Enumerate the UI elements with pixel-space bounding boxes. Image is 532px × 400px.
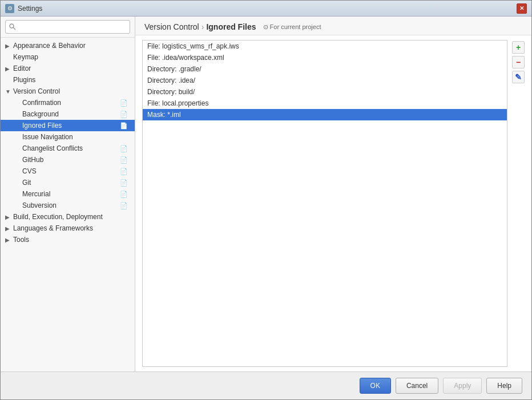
no-arrow-git	[14, 180, 20, 186]
remove-button[interactable]: −	[512, 56, 525, 68]
edit-button[interactable]: ✎	[512, 71, 525, 83]
page-icon-changelist: 📄	[120, 145, 128, 152]
no-arrow-ignored	[14, 123, 20, 129]
add-button[interactable]: +	[512, 41, 525, 54]
sidebar-item-version-control[interactable]: ▼ Version Control	[1, 86, 135, 97]
sidebar-item-editor[interactable]: ▶ Editor	[1, 63, 135, 74]
file-item-5[interactable]: Directory: build/	[143, 86, 507, 98]
settings-window: ⚙ Settings ✕ ▶ Appearance & Behavior Key…	[0, 0, 532, 400]
sidebar-item-label-languages: Languages & Frameworks	[13, 224, 93, 232]
sidebar-item-git[interactable]: Git 📄	[1, 177, 135, 188]
expand-arrow-appearance: ▶	[5, 43, 11, 49]
sidebar-item-changelist[interactable]: Changelist Conflicts 📄	[1, 143, 135, 154]
main-content: ▶ Appearance & Behavior Keymap ▶ Editor …	[1, 17, 531, 371]
sidebar-item-languages[interactable]: ▶ Languages & Frameworks	[1, 223, 135, 234]
sidebar-item-tools[interactable]: ▶ Tools	[1, 234, 135, 245]
sidebar-item-label-issue: Issue Navigation	[22, 133, 73, 141]
help-button[interactable]: Help	[486, 378, 522, 394]
sidebar-item-label-tools: Tools	[13, 236, 29, 244]
sidebar-item-label-mercurial: Mercurial	[22, 190, 50, 198]
file-item-4[interactable]: Directory: .idea/	[143, 75, 507, 86]
sidebar-item-label-git: Git	[22, 179, 31, 187]
sidebar-item-label-appearance: Appearance & Behavior	[13, 42, 86, 50]
right-header: Version Control › Ignored Files ⊙ For cu…	[135, 17, 531, 35]
sidebar-item-label-keymap: Keymap	[13, 53, 38, 61]
right-panel: Version Control › Ignored Files ⊙ For cu…	[135, 17, 531, 371]
expand-arrow-languages: ▶	[5, 225, 11, 232]
file-item-7[interactable]: Mask: *.iml	[143, 109, 507, 120]
sidebar-item-label-editor: Editor	[13, 64, 31, 72]
sidebar-item-label-ignored: Ignored Files	[22, 122, 62, 130]
title-bar-left: ⚙ Settings	[5, 4, 42, 13]
sidebar-item-confirmation[interactable]: Confirmation 📄	[1, 97, 135, 108]
sidebar-item-label-plugins: Plugins	[13, 76, 35, 84]
breadcrumb-sep: ›	[201, 22, 204, 31]
sidebar-item-issue-navigation[interactable]: Issue Navigation	[1, 131, 135, 143]
footer: OK Cancel Apply Help	[1, 371, 531, 399]
no-arrow-subversion	[14, 203, 20, 209]
window-title: Settings	[18, 5, 42, 13]
no-arrow-keymap	[5, 54, 11, 60]
cancel-button[interactable]: Cancel	[396, 378, 438, 394]
file-item-1[interactable]: File: logistics_wms_rf_apk.iws	[143, 41, 507, 52]
nav-tree: ▶ Appearance & Behavior Keymap ▶ Editor …	[1, 38, 135, 371]
page-icon-cvs: 📄	[120, 168, 128, 175]
sidebar-item-label-github: GitHub	[22, 156, 43, 164]
no-arrow-changelist	[14, 146, 20, 152]
file-item-3[interactable]: Directory: .gradle/	[143, 63, 507, 75]
page-icon-background: 📄	[120, 111, 128, 118]
title-bar: ⚙ Settings ✕	[1, 1, 531, 17]
no-arrow-mercurial	[14, 191, 20, 197]
sidebar-item-label-build: Build, Execution, Deployment	[13, 213, 103, 221]
sidebar-item-label-vc: Version Control	[13, 87, 60, 95]
page-icon-git: 📄	[120, 179, 128, 187]
page-icon-confirmation: 📄	[120, 99, 128, 107]
sidebar-item-label-confirmation: Confirmation	[22, 99, 61, 107]
sidebar-item-appearance[interactable]: ▶ Appearance & Behavior	[1, 40, 135, 51]
sidebar-item-background[interactable]: Background 📄	[1, 108, 135, 120]
expand-arrow-tools: ▶	[5, 237, 11, 243]
right-body: File: logistics_wms_rf_apk.iws File: .id…	[135, 35, 531, 371]
breadcrumb: Version Control › Ignored Files ⊙ For cu…	[144, 22, 522, 31]
page-icon-github: 📄	[120, 156, 128, 164]
breadcrumb-current: Ignored Files	[206, 22, 256, 31]
sidebar-item-build[interactable]: ▶ Build, Execution, Deployment	[1, 211, 135, 223]
expand-arrow-build: ▶	[5, 214, 11, 220]
no-arrow-background	[14, 111, 20, 118]
app-icon: ⚙	[5, 4, 14, 13]
sidebar-item-subversion[interactable]: Subversion 📄	[1, 200, 135, 211]
sidebar-item-label-changelist: Changelist Conflicts	[22, 144, 83, 152]
no-arrow-cvs	[14, 168, 20, 175]
sidebar-item-mercurial[interactable]: Mercurial 📄	[1, 188, 135, 200]
file-item-6[interactable]: File: local.properties	[143, 98, 507, 109]
project-label: ⊙ For current project	[263, 23, 321, 31]
sidebar-item-ignored-files[interactable]: Ignored Files 📄	[1, 120, 135, 131]
sidebar-item-github[interactable]: GitHub 📄	[1, 154, 135, 165]
side-buttons: + − ✎	[512, 40, 525, 367]
breadcrumb-parent: Version Control	[144, 22, 199, 31]
sidebar-item-label-subversion: Subversion	[22, 201, 57, 209]
sidebar-item-label-cvs: CVS	[22, 167, 37, 175]
sidebar-item-cvs[interactable]: CVS 📄	[1, 165, 135, 177]
file-item-2[interactable]: File: .idea/workspace.xml	[143, 52, 507, 63]
page-icon-mercurial: 📄	[120, 191, 128, 198]
sidebar: ▶ Appearance & Behavior Keymap ▶ Editor …	[1, 17, 135, 371]
search-input[interactable]	[5, 20, 130, 34]
page-icon-ignored: 📄	[120, 122, 128, 130]
sidebar-item-label-background: Background	[22, 110, 59, 118]
apply-button[interactable]: Apply	[443, 378, 482, 394]
ignored-files-list[interactable]: File: logistics_wms_rf_apk.iws File: .id…	[142, 40, 507, 367]
sidebar-item-keymap[interactable]: Keymap	[1, 51, 135, 63]
no-arrow-github	[14, 157, 20, 163]
no-arrow-issue	[14, 134, 20, 140]
search-box	[1, 17, 135, 38]
no-arrow-confirmation	[14, 100, 20, 106]
ok-button[interactable]: OK	[360, 378, 391, 394]
no-arrow-plugins	[5, 77, 11, 83]
sidebar-item-plugins[interactable]: Plugins	[1, 74, 135, 86]
expand-arrow-vc: ▼	[5, 88, 11, 95]
page-icon-subversion: 📄	[120, 202, 128, 209]
close-button[interactable]: ✕	[517, 3, 527, 14]
expand-arrow-editor: ▶	[5, 66, 11, 72]
